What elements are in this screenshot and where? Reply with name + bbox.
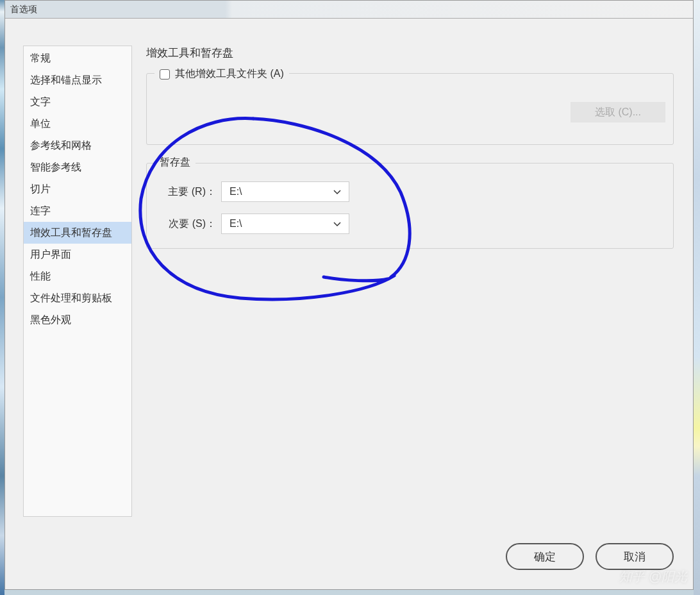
sidebar-item-plugins-scratch[interactable]: 增效工具和暂存盘 bbox=[24, 222, 131, 244]
sidebar-item-type[interactable]: 文字 bbox=[24, 91, 131, 113]
window-left-edge bbox=[0, 0, 4, 595]
plugin-folder-legend: 其他增效工具文件夹 (A) bbox=[154, 67, 289, 81]
sidebar-item-smart-guides[interactable]: 智能参考线 bbox=[24, 156, 131, 178]
window-title: 首选项 bbox=[10, 4, 37, 15]
cancel-button[interactable]: 取消 bbox=[596, 543, 674, 570]
window-right-edge bbox=[694, 0, 700, 595]
sidebar-item-hyphenation[interactable]: 连字 bbox=[24, 200, 131, 222]
primary-disk-label: 主要 (R)： bbox=[158, 185, 221, 199]
main-panel: 增效工具和暂存盘 其他增效工具文件夹 (A) 选取 (C)... 暂存盘 主要 … bbox=[146, 46, 674, 525]
primary-disk-row: 主要 (R)： E:\ bbox=[158, 181, 662, 202]
title-bar: 首选项 bbox=[5, 1, 693, 19]
primary-disk-value: E:\ bbox=[229, 186, 242, 197]
sidebar-item-general[interactable]: 常规 bbox=[24, 47, 131, 69]
primary-disk-dropdown[interactable]: E:\ bbox=[221, 181, 349, 202]
secondary-disk-row: 次要 (S)： E:\ bbox=[158, 214, 662, 234]
preferences-sidebar: 常规 选择和锚点显示 文字 单位 参考线和网格 智能参考线 切片 连字 增效工具… bbox=[23, 46, 132, 517]
ok-button[interactable]: 确定 bbox=[506, 543, 584, 570]
preferences-dialog: 首选项 常规 选择和锚点显示 文字 单位 参考线和网格 智能参考线 切片 连字 … bbox=[4, 0, 694, 590]
sidebar-item-black-appearance[interactable]: 黑色外观 bbox=[24, 309, 131, 331]
sidebar-item-file-clipboard[interactable]: 文件处理和剪贴板 bbox=[24, 287, 131, 309]
dialog-buttons: 确定 取消 bbox=[506, 543, 674, 570]
scratch-disk-legend: 暂存盘 bbox=[154, 156, 196, 169]
sidebar-item-user-interface[interactable]: 用户界面 bbox=[24, 244, 131, 265]
plugin-folder-checkbox[interactable] bbox=[160, 69, 170, 80]
panel-title: 增效工具和暂存盘 bbox=[146, 46, 674, 60]
plugin-folder-label: 其他增效工具文件夹 (A) bbox=[175, 67, 284, 81]
chevron-down-icon bbox=[333, 218, 341, 230]
scratch-disk-group: 暂存盘 主要 (R)： E:\ 次要 (S)： E:\ bbox=[146, 163, 674, 249]
sidebar-item-guides-grid[interactable]: 参考线和网格 bbox=[24, 135, 131, 156]
sidebar-item-selection-anchor[interactable]: 选择和锚点显示 bbox=[24, 69, 131, 91]
secondary-disk-dropdown[interactable]: E:\ bbox=[221, 214, 349, 234]
secondary-disk-value: E:\ bbox=[229, 218, 242, 230]
plugin-folder-group: 其他增效工具文件夹 (A) 选取 (C)... bbox=[146, 73, 674, 145]
sidebar-item-units[interactable]: 单位 bbox=[24, 113, 131, 135]
secondary-disk-label: 次要 (S)： bbox=[158, 217, 221, 231]
chevron-down-icon bbox=[333, 186, 341, 197]
sidebar-item-slices[interactable]: 切片 bbox=[24, 178, 131, 200]
select-folder-button: 选取 (C)... bbox=[571, 102, 665, 122]
sidebar-item-performance[interactable]: 性能 bbox=[24, 265, 131, 287]
